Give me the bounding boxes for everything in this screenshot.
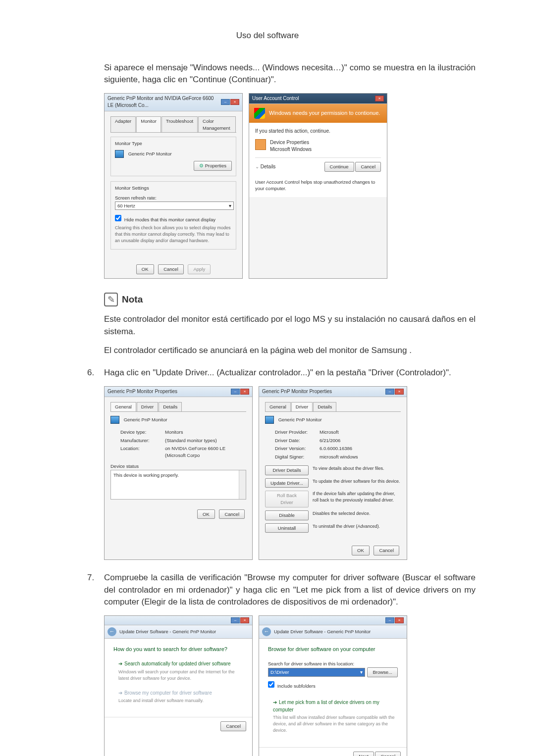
uninstall-button[interactable]: Uninstall (265, 523, 309, 533)
device-status-box: This device is working properly. (110, 470, 246, 500)
monitor-name: Generic PnP Monitor (128, 151, 172, 156)
option-desc: Locate and install driver software manua… (118, 698, 243, 704)
wizard-option-auto[interactable]: ➔Search automatically for updated driver… (113, 660, 243, 682)
tab-details[interactable]: Details (313, 402, 336, 411)
disable-button[interactable]: Disable (265, 510, 309, 520)
breadcrumb-text: Update Driver Software - Generic PnP Mon… (274, 628, 371, 635)
minimize-icon[interactable]: – (231, 617, 240, 623)
step-text: Haga clic en "Update Driver... (Actualiz… (104, 367, 476, 379)
close-icon[interactable]: × (375, 96, 384, 101)
minimize-icon[interactable]: – (221, 99, 230, 105)
update-driver-wizard-2: – × ← Update Driver Software - Generic P… (259, 615, 407, 756)
wizard-heading: Browse for driver software on your compu… (268, 646, 398, 654)
minimize-icon[interactable]: – (231, 389, 240, 395)
kv-label: Device type: (120, 429, 165, 436)
close-icon[interactable]: × (230, 99, 239, 105)
uac-if-started: If you started this action, continue. (255, 128, 381, 135)
close-icon[interactable]: × (395, 617, 404, 623)
arrow-icon: ➔ (118, 661, 122, 666)
back-icon[interactable]: ← (107, 627, 116, 636)
chevron-down-icon[interactable]: ⌄ (255, 164, 259, 169)
tab-general[interactable]: General (110, 402, 136, 411)
figure-row-3: – × ← Update Driver Software - Generic P… (104, 615, 476, 756)
driver-desc: To update the driver software for this d… (313, 478, 401, 485)
tab-general[interactable]: General (265, 402, 291, 411)
wizard-option-pick-list[interactable]: ➔Let me pick from a list of device drive… (268, 699, 398, 734)
ok-button[interactable]: OK (136, 264, 154, 274)
include-subfolders-label: Include subfolders (277, 683, 316, 689)
path-input[interactable]: D:\Driver ▾ (268, 668, 365, 677)
cancel-button[interactable]: Cancel (355, 162, 381, 172)
browse-button[interactable]: Browse... (367, 667, 398, 677)
note-block: ✎ Nota (104, 293, 476, 306)
close-icon[interactable]: × (240, 617, 249, 623)
tab-driver[interactable]: Driver (291, 402, 313, 411)
tab-driver[interactable]: Driver (137, 402, 158, 411)
dialog-titlebar: Generic PnP Monitor and NVIDIA GeForce 6… (105, 94, 242, 111)
cancel-button[interactable]: Cancel (220, 721, 246, 731)
scrollbar[interactable] (239, 470, 246, 499)
refresh-rate-value: 60 Hertz (117, 202, 135, 209)
uac-footer-text: User Account Control helps stop unauthor… (255, 179, 381, 193)
step-number: 7. (87, 572, 104, 608)
kv-label: Driver Date: (275, 437, 320, 444)
back-icon[interactable]: ← (262, 627, 271, 636)
cancel-button[interactable]: Cancel (219, 509, 245, 519)
kv-value: on NVIDIA GeForce 6600 LE (Microsoft Cor… (165, 445, 246, 459)
close-icon[interactable]: × (395, 389, 404, 395)
step-6: 6. Haga clic en "Update Driver... (Actua… (87, 367, 476, 379)
next-button[interactable]: Next (353, 752, 374, 756)
cancel-button[interactable]: Cancel (375, 752, 401, 756)
tab-monitor[interactable]: Monitor (136, 116, 161, 133)
dialog-title: Generic PnP Monitor Properties (107, 388, 177, 396)
minimize-icon[interactable]: – (385, 617, 394, 623)
update-driver-button[interactable]: Update Driver... (265, 478, 309, 488)
include-subfolders-checkbox[interactable] (268, 681, 274, 688)
wizard-heading: How do you want to search for driver sof… (113, 646, 243, 654)
properties-button[interactable]: Properties (194, 161, 232, 171)
props-general-dialog: Generic PnP Monitor Properties – × Gener… (104, 386, 253, 560)
cancel-button[interactable]: Cancel (158, 264, 184, 274)
tab-details[interactable]: Details (159, 402, 182, 411)
note-icon: ✎ (104, 293, 118, 306)
wizard-option-browse[interactable]: ➔Browse my computer for driver software … (113, 690, 243, 705)
tabs: Adapter Monitor Troubleshoot Color Manag… (110, 116, 236, 133)
dialog-titlebar: Generic PnP Monitor Properties – × (259, 387, 407, 398)
minimize-icon[interactable]: – (385, 389, 394, 395)
close-icon[interactable]: × (240, 389, 249, 395)
monitor-properties-dialog: Generic PnP Monitor and NVIDIA GeForce 6… (104, 93, 243, 279)
driver-desc: To uninstall the driver (Advanced). (313, 523, 401, 530)
kv-value: Microsoft (320, 429, 401, 436)
chevron-down-icon: ▾ (229, 202, 231, 209)
driver-details-button[interactable]: Driver Details (265, 465, 309, 475)
refresh-rate-dropdown[interactable]: 60 Hertz ▾ (115, 202, 234, 210)
kv-label: Manufacturer: (120, 437, 165, 444)
dialog-titlebar: Generic PnP Monitor Properties – × (105, 387, 252, 398)
kv-value: microsoft windows (320, 454, 401, 460)
kv-value: (Standard monitor types) (165, 437, 246, 444)
uac-banner: Windows needs your permission to contion… (249, 104, 387, 123)
ok-button[interactable]: OK (352, 546, 370, 555)
details-label[interactable]: Details (261, 164, 276, 169)
step-text: Compruebe la casilla de verificación "Br… (104, 572, 476, 608)
ok-button[interactable]: OK (197, 509, 215, 519)
continue-button[interactable]: Continue (324, 162, 354, 172)
rollback-driver-button[interactable]: Roll Back Driver (265, 491, 309, 507)
tab-adapter[interactable]: Adapter (110, 116, 136, 133)
kv-value: 6.0.6000.16386 (320, 445, 401, 452)
cancel-button[interactable]: Cancel (374, 546, 399, 555)
chevron-down-icon: ▾ (360, 669, 363, 676)
monitor-icon (110, 416, 119, 424)
arrow-icon: ➔ (118, 690, 122, 696)
page-header: Uso del software (45, 30, 490, 42)
tab-color-management[interactable]: Color Management (198, 116, 236, 133)
hide-modes-checkbox[interactable] (115, 215, 121, 221)
tab-troubleshoot[interactable]: Troubleshoot (161, 116, 198, 133)
props-driver-dialog: Generic PnP Monitor Properties – × Gener… (259, 386, 407, 560)
page-title: Uso del software (236, 31, 299, 40)
kv-label: Driver Provider: (275, 429, 320, 436)
apply-button[interactable]: Apply (188, 264, 211, 274)
note-label: Nota (122, 293, 143, 306)
option-title: Browse my computer for driver software (124, 690, 212, 696)
search-label: Search for driver software in this locat… (268, 660, 398, 667)
